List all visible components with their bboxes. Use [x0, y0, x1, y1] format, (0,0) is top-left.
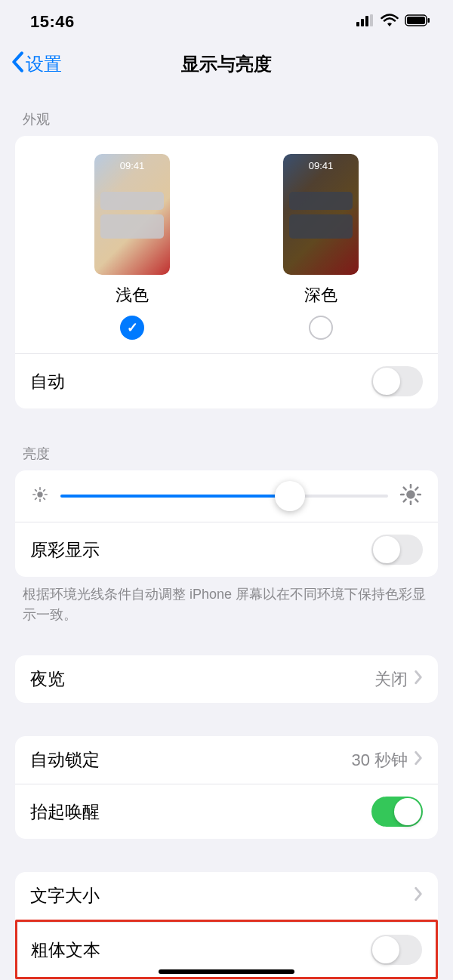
- option-label-dark: 深色: [304, 284, 337, 307]
- wifi-icon: [381, 14, 399, 30]
- svg-line-22: [415, 499, 418, 501]
- page-title: 显示与亮度: [181, 52, 272, 76]
- row-raise-to-wake[interactable]: 抬起唤醒: [15, 784, 438, 839]
- true-tone-label: 原彩显示: [30, 538, 100, 562]
- svg-rect-1: [361, 19, 364, 26]
- row-auto-lock[interactable]: 自动锁定 30 秒钟: [15, 736, 438, 784]
- back-label: 设置: [26, 52, 62, 76]
- bold-text-label: 粗体文本: [31, 938, 100, 962]
- svg-rect-3: [370, 14, 373, 26]
- appearance-options: 09:41 浅色 ✓ 09:41 深色: [15, 136, 438, 354]
- chevron-right-icon: [414, 750, 423, 770]
- svg-point-16: [406, 490, 415, 499]
- option-label-light: 浅色: [116, 284, 149, 307]
- svg-line-13: [44, 498, 45, 500]
- toggle-true-tone[interactable]: [371, 535, 423, 565]
- chevron-left-icon: [11, 51, 24, 77]
- section-header-brightness: 亮度: [0, 408, 453, 470]
- true-tone-footer: 根据环境光线条件自动调整 iPhone 屏幕以在不同环境下保持色彩显示一致。: [0, 577, 453, 625]
- appearance-option-light[interactable]: 09:41 浅色 ✓: [94, 154, 170, 340]
- text-size-label: 文字大小: [30, 884, 100, 908]
- lock-wake-card: 自动锁定 30 秒钟 抬起唤醒: [15, 736, 438, 839]
- svg-line-24: [415, 488, 418, 490]
- appearance-option-dark[interactable]: 09:41 深色: [283, 154, 359, 340]
- nav-bar: 设置 显示与亮度: [0, 41, 453, 88]
- row-true-tone[interactable]: 原彩显示: [15, 522, 438, 577]
- status-bar: 15:46: [0, 0, 453, 41]
- svg-rect-2: [365, 16, 368, 26]
- svg-line-15: [44, 490, 45, 492]
- night-shift-card: 夜览 关闭: [15, 655, 438, 703]
- row-auto-appearance[interactable]: 自动: [15, 354, 438, 408]
- row-night-shift[interactable]: 夜览 关闭: [15, 655, 438, 703]
- sun-small-icon: [32, 486, 48, 506]
- back-button[interactable]: 设置: [11, 51, 62, 77]
- auto-lock-label: 自动锁定: [30, 748, 100, 772]
- auto-lock-value: 30 秒钟: [351, 749, 408, 772]
- appearance-card: 09:41 浅色 ✓ 09:41 深色 自动: [15, 136, 438, 408]
- auto-label: 自动: [30, 370, 65, 393]
- home-indicator: [159, 969, 294, 974]
- preview-dark: 09:41: [283, 154, 359, 275]
- svg-rect-5: [407, 17, 425, 24]
- svg-line-14: [35, 498, 37, 500]
- svg-line-23: [404, 499, 406, 501]
- night-shift-value: 关闭: [374, 668, 408, 691]
- svg-rect-6: [428, 18, 430, 23]
- radio-dark[interactable]: [309, 316, 333, 340]
- slider-thumb[interactable]: [275, 481, 305, 511]
- chevron-right-icon: [414, 670, 423, 689]
- preview-light: 09:41: [94, 154, 170, 275]
- svg-line-21: [404, 488, 406, 490]
- toggle-auto-appearance[interactable]: [371, 366, 423, 396]
- check-icon: ✓: [127, 319, 138, 336]
- sun-large-icon: [400, 484, 421, 508]
- cellular-icon: [356, 14, 374, 29]
- brightness-card: 原彩显示: [15, 470, 438, 577]
- section-header-appearance: 外观: [0, 88, 453, 136]
- brightness-slider[interactable]: [60, 495, 388, 498]
- svg-line-12: [35, 490, 37, 492]
- svg-point-7: [37, 492, 42, 497]
- chevron-right-icon: [414, 886, 423, 906]
- status-icons: [356, 14, 430, 30]
- battery-icon: [405, 14, 430, 29]
- night-shift-label: 夜览: [30, 667, 65, 691]
- svg-rect-0: [356, 22, 359, 26]
- status-time: 15:46: [30, 12, 75, 32]
- raise-to-wake-label: 抬起唤醒: [30, 800, 100, 824]
- toggle-bold-text[interactable]: [371, 935, 422, 965]
- brightness-slider-row: [15, 470, 438, 522]
- radio-light[interactable]: ✓: [120, 316, 144, 340]
- text-card: 文字大小: [15, 872, 438, 920]
- toggle-raise-to-wake[interactable]: [371, 797, 423, 827]
- row-text-size[interactable]: 文字大小: [15, 872, 438, 920]
